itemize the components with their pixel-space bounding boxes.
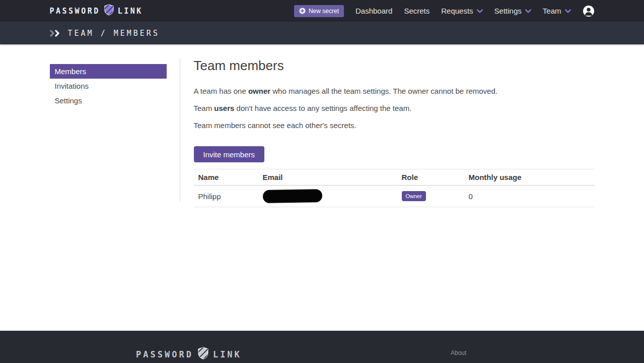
nav-item-team[interactable]: Team <box>543 7 571 15</box>
footer-brand-word-left: PASSWORD <box>136 349 193 359</box>
description-users-pre: Team <box>194 104 214 112</box>
brand-word-left: PASSWORD <box>50 7 100 16</box>
table-row: Philipp Owner 0 <box>194 186 595 207</box>
table-header-row: Name Email Role Monthly usage <box>194 169 595 186</box>
navbar-menu: New secret Dashboard Secrets Requests Se… <box>294 5 595 17</box>
brand-word-right: LINK <box>118 7 143 16</box>
sidebar: Members Invitations Settings <box>50 64 167 108</box>
chevron-down-icon <box>565 9 571 13</box>
brand-logo[interactable]: PASSWORD LINK <box>50 4 143 18</box>
page-title: Team members <box>194 58 595 74</box>
breadcrumb: TEAM / MEMBERS <box>50 29 160 38</box>
footer: PASSWORD LINK About <box>0 331 644 363</box>
invite-members-button[interactable]: Invite members <box>194 146 265 162</box>
description-owner-post: who manages all the team settings. The o… <box>270 87 497 95</box>
shield-icon <box>104 4 114 18</box>
nav-item-secrets[interactable]: Secrets <box>404 7 430 15</box>
avatar-icon <box>583 5 595 17</box>
main-area: Members Invitations Settings Team member… <box>0 44 644 331</box>
sidebar-item-settings[interactable]: Settings <box>50 93 167 108</box>
nav-label-team: Team <box>543 7 561 15</box>
description-users-bold: users <box>214 104 234 112</box>
description-users: Team users don't have access to any sett… <box>194 104 595 112</box>
nav-label-secrets: Secrets <box>404 7 430 15</box>
nav-item-requests[interactable]: Requests <box>441 7 482 15</box>
nav-label-requests: Requests <box>441 7 473 15</box>
plus-circle-icon <box>299 8 306 14</box>
footer-shield-icon <box>198 347 208 361</box>
role-badge: Owner <box>402 191 426 201</box>
user-avatar-button[interactable] <box>583 5 595 17</box>
chevron-down-icon <box>477 9 483 13</box>
nav-item-settings[interactable]: Settings <box>494 7 531 15</box>
new-secret-button[interactable]: New secret <box>294 5 344 17</box>
member-name-cell: Philipp <box>194 186 258 207</box>
column-header-monthly-usage: Monthly usage <box>464 169 595 186</box>
chevron-down-icon <box>525 9 531 13</box>
breadcrumb-text: TEAM / MEMBERS <box>68 29 160 38</box>
sidebar-item-members-label: Members <box>55 67 87 76</box>
nav-item-dashboard[interactable]: Dashboard <box>355 7 392 15</box>
description-secrets: Team members cannot see each other's sec… <box>194 121 595 130</box>
column-header-email: Email <box>258 169 397 186</box>
footer-brand-word-right: LINK <box>213 349 242 359</box>
description-owner-bold: owner <box>248 87 270 95</box>
vertical-divider <box>180 58 180 202</box>
footer-brand-logo: PASSWORD LINK <box>136 347 242 361</box>
sidebar-item-invitations-label: Invitations <box>55 82 89 90</box>
team-members-panel: Team members A team has one owner who ma… <box>194 44 595 207</box>
double-chevron-icon <box>50 30 60 37</box>
description-owner: A team has one owner who manages all the… <box>194 87 595 95</box>
sidebar-item-invitations[interactable]: Invitations <box>50 79 167 93</box>
members-table: Name Email Role Monthly usage Philipp Ow… <box>194 169 595 207</box>
breadcrumb-bar: TEAM / MEMBERS <box>0 22 644 44</box>
description-owner-pre: A team has one <box>194 87 248 95</box>
top-navbar: PASSWORD LINK <box>0 0 644 22</box>
member-email-cell <box>258 186 397 207</box>
member-role-cell: Owner <box>397 186 464 207</box>
sidebar-item-members[interactable]: Members <box>50 64 167 79</box>
member-usage-cell: 0 <box>464 186 595 207</box>
column-header-role: Role <box>397 169 464 186</box>
about-link[interactable]: About <box>451 349 466 356</box>
nav-label-dashboard: Dashboard <box>355 7 392 15</box>
column-header-name: Name <box>194 169 258 186</box>
sidebar-item-settings-label: Settings <box>55 96 82 105</box>
nav-label-settings: Settings <box>494 7 522 15</box>
new-secret-label: New secret <box>309 8 339 15</box>
description-users-post: don't have access to any settings affect… <box>234 104 411 112</box>
redacted-email <box>262 189 322 203</box>
